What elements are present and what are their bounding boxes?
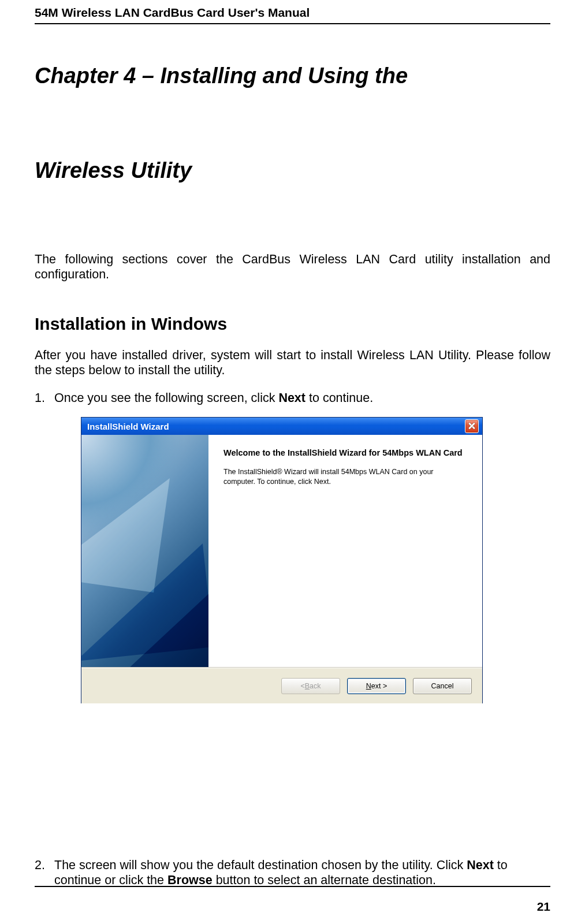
dialog-footer: < Back Next > Cancel (81, 668, 482, 703)
next-button-post: ext > (371, 682, 387, 690)
doc-header: 54M Wireless LAN CardBus Card User's Man… (35, 0, 550, 20)
cancel-button-label: Cancel (431, 682, 454, 690)
chapter-title-line1: Chapter 4 – Installing and Using the (35, 64, 550, 89)
dialog-heading: Welcome to the InstallShield Wizard for … (223, 448, 465, 458)
list-item: 1. Once you see the following screen, cl… (35, 391, 550, 406)
back-button-pre: < (300, 682, 304, 690)
step2-text-bold2: Browse (167, 873, 213, 887)
list-text: The screen will show you the default des… (54, 858, 550, 888)
page-number: 21 (537, 900, 550, 914)
dialog-title: InstallShield Wizard (87, 422, 169, 431)
back-button-post: ack (310, 682, 321, 690)
dialog-content: Welcome to the InstallShield Wizard for … (208, 435, 482, 667)
close-icon[interactable] (465, 419, 479, 433)
list-number: 2. (35, 858, 54, 888)
step2-text-bold1: Next (467, 858, 494, 872)
step2-text-pre: The screen will show you the default des… (54, 858, 467, 872)
decorative-triangle (96, 572, 208, 668)
page: 54M Wireless LAN CardBus Card User's Man… (0, 0, 585, 924)
footer-divider (35, 886, 550, 887)
dialog-body: Welcome to the InstallShield Wizard for … (81, 435, 482, 668)
step1-text-bold: Next (278, 391, 305, 405)
step1-text-post: to continue. (305, 391, 373, 405)
section-heading: Installation in Windows (35, 314, 550, 334)
ordered-list-item-2: 2. The screen will show you the default … (35, 858, 550, 888)
list-text: Once you see the following screen, click… (54, 391, 550, 406)
next-button[interactable]: Next > (347, 678, 406, 694)
list-item: 2. The screen will show you the default … (35, 858, 550, 888)
cancel-button[interactable]: Cancel (413, 678, 472, 694)
step2-text-post: button to select an alternate destinatio… (213, 873, 436, 887)
ordered-list: 1. Once you see the following screen, cl… (35, 391, 550, 406)
chapter-title-line2: Wireless Utility (35, 158, 550, 184)
chapter-intro: The following sections cover the CardBus… (35, 252, 550, 282)
dialog-sidebar-graphic (81, 435, 208, 667)
doc-header-title: 54M Wireless LAN CardBus Card User's Man… (35, 6, 310, 19)
section-intro: After you have installed driver, system … (35, 348, 550, 378)
list-number: 1. (35, 391, 54, 406)
dialog-paragraph: The InstallShield® Wizard will install 5… (223, 467, 465, 487)
step1-text-pre: Once you see the following screen, click (54, 391, 278, 405)
installshield-dialog: InstallShield Wizard Welcome to the Inst… (81, 417, 483, 703)
back-button: < Back (281, 678, 340, 694)
header-divider (35, 23, 550, 24)
back-button-u: B (305, 682, 310, 690)
dialog-titlebar: InstallShield Wizard (81, 418, 482, 435)
next-button-u: N (366, 682, 371, 690)
